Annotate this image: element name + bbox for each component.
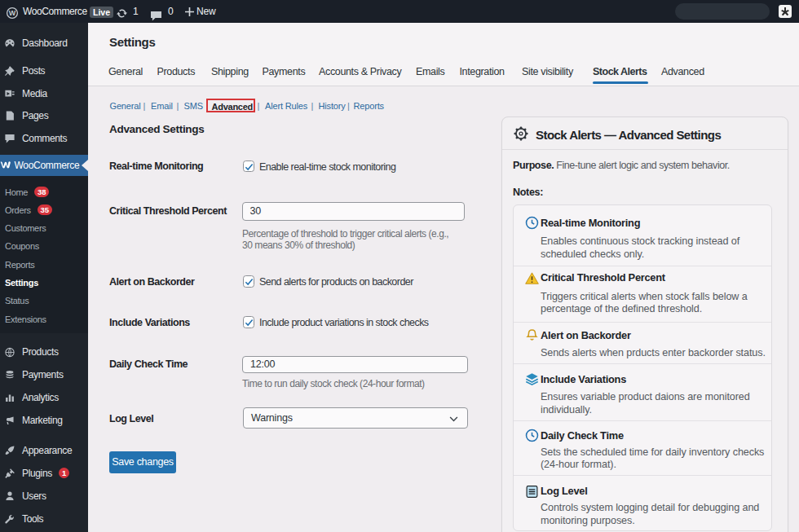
svg-text:W: W — [9, 9, 16, 17]
